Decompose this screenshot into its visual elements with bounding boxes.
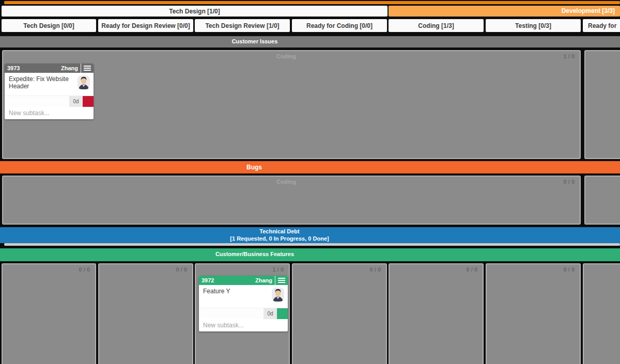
lane-cell-label: Coding: [276, 53, 296, 59]
column-header-ready-for-coding[interactable]: Ready for Coding [0/0]: [292, 19, 387, 32]
swimlane-header-technical-debt[interactable]: Technical Debt [1 Requested, 0 In Progre…: [0, 227, 620, 243]
lane-cell-count: 1 / 0: [564, 53, 575, 59]
card-id: 3972: [202, 277, 255, 283]
card-color-block: [277, 308, 288, 319]
card-3973[interactable]: 3973 Zhang Expedite: Fix Website Header …: [5, 64, 94, 119]
swimlane-title: Customer Issues: [232, 38, 278, 44]
swimlane-stats: [1 Requested, 0 In Progress, 0 Done]: [230, 235, 329, 242]
lead-time-badge: 0d: [264, 308, 277, 319]
group-header-label: Development [3/3]: [562, 6, 615, 17]
expedite-lane-strip: [4, 1, 620, 4]
lane-cell-count: 0 / 0: [564, 266, 575, 273]
card-body: Expedite: Fix Website Header: [5, 73, 94, 96]
user-avatar: [78, 75, 90, 89]
group-header-label: Tech Design [1/0]: [169, 8, 220, 15]
lead-time-badge: 0d: [69, 96, 83, 107]
lane-cell-customer-issues-next[interactable]: [584, 50, 620, 159]
feature-cell-ready-for-design-review[interactable]: 0 / 0: [98, 263, 193, 364]
new-subtask-input[interactable]: New subtask...: [5, 107, 94, 119]
card-id: 3973: [7, 65, 61, 71]
metrics-spacer: [199, 308, 264, 319]
feature-cell-ready-for-coding[interactable]: 0 / 0: [292, 263, 387, 364]
swimlane-header-bugs[interactable]: Bugs: [0, 161, 620, 173]
new-subtask-input[interactable]: New subtask...: [199, 319, 288, 331]
lane-cell-label: Coding: [276, 179, 296, 185]
swimlane-header-customer-issues[interactable]: Customer Issues: [0, 36, 620, 48]
card-3972[interactable]: 3972 Zhang Feature Y 0d New s: [199, 276, 288, 331]
lane-cell-count: 0 / 0: [176, 266, 187, 273]
card-color-block: [83, 96, 94, 107]
column-header-tech-design-review[interactable]: Tech Design Review [1/0]: [195, 19, 290, 32]
column-header-coding[interactable]: Coding [1/3]: [389, 19, 484, 32]
group-header-tech-design[interactable]: Tech Design [1/0]: [2, 6, 388, 17]
lane-cell-bugs-next[interactable]: [584, 176, 620, 225]
swimlane-title: Customer/Business Features: [215, 251, 294, 257]
card-body: Feature Y: [199, 285, 288, 308]
card-header: 3972 Zhang: [199, 276, 288, 285]
feature-cell-ready-for[interactable]: [583, 263, 620, 364]
feature-cell-testing[interactable]: 0 / 0: [486, 263, 581, 364]
column-header-ready-for-design-review[interactable]: Ready for Design Review [0/0]: [98, 19, 193, 32]
lane-cell-count: 0 / 0: [564, 179, 575, 185]
card-metrics-row: 0d: [5, 96, 94, 107]
swimlane-header-features[interactable]: Customer/Business Features: [0, 248, 620, 261]
feature-cell-coding[interactable]: 0 / 0: [389, 263, 484, 364]
column-header-tech-design[interactable]: Tech Design [0/0]: [2, 19, 96, 32]
lane-cell-count: 0 / 0: [467, 266, 477, 273]
menu-icon[interactable]: [81, 64, 94, 73]
card-assignee: Zhang: [255, 277, 272, 283]
collapsed-lane-body: [4, 243, 620, 246]
swimlane-title: Bugs: [246, 164, 262, 171]
lane-cell-bugs-coding[interactable]: Coding 0 / 0: [2, 176, 581, 225]
group-header-development[interactable]: Development [3/3]: [389, 6, 620, 17]
card-metrics-row: 0d: [199, 308, 288, 319]
lane-cell-count: 0 / 0: [370, 266, 381, 273]
metrics-spacer: [5, 96, 69, 107]
feature-cell-tech-design[interactable]: 0 / 0: [2, 263, 96, 364]
user-avatar: [272, 288, 284, 302]
lane-cell-count: 0 / 0: [79, 266, 90, 273]
column-header-ready-for[interactable]: Ready for: [583, 19, 620, 32]
column-header-testing[interactable]: Testing [0/3]: [486, 19, 581, 32]
kanban-board: Tech Design [1/0] Development [3/3] Tech…: [0, 0, 620, 364]
swimlane-title: Technical Debt: [259, 228, 299, 234]
card-header: 3973 Zhang: [5, 64, 94, 73]
card-assignee: Zhang: [61, 65, 78, 71]
menu-icon[interactable]: [275, 276, 288, 285]
lane-cell-count: 1 / 0: [273, 266, 284, 273]
